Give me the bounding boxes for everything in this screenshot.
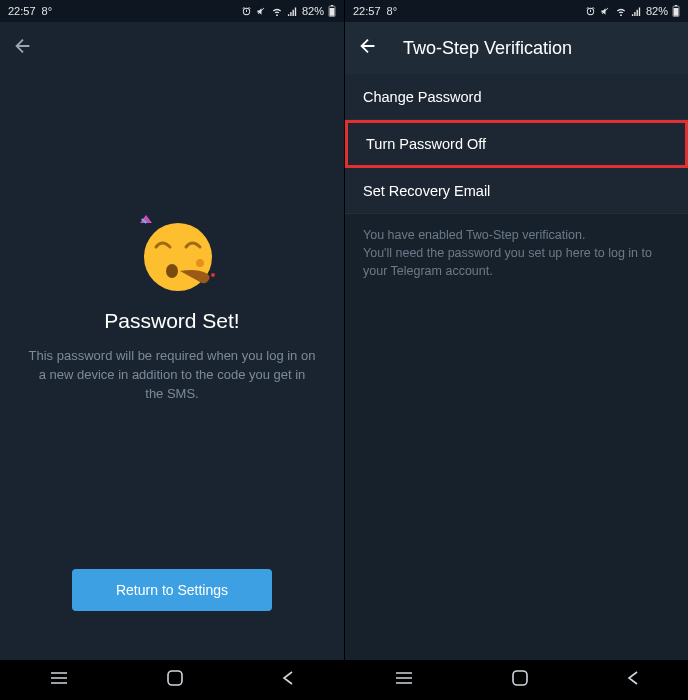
- back-button[interactable]: [281, 670, 295, 690]
- page-title: Password Set!: [104, 309, 239, 333]
- return-to-settings-button[interactable]: Return to Settings: [72, 569, 272, 611]
- alarm-icon: [241, 6, 252, 17]
- nav-bar: [345, 660, 688, 700]
- page-description: This password will be required when you …: [28, 347, 316, 404]
- battery-icon: [672, 5, 680, 17]
- party-emoji-icon: [136, 209, 208, 281]
- svg-point-8: [211, 273, 215, 277]
- svg-rect-13: [513, 671, 527, 685]
- status-temp: 8°: [387, 5, 398, 17]
- header-left: [0, 22, 344, 74]
- battery-percent: 82%: [646, 5, 668, 17]
- home-button[interactable]: [166, 669, 184, 691]
- back-button[interactable]: [626, 670, 640, 690]
- signal-icon: [287, 6, 298, 17]
- info-text: You have enabled Two-Step verification. …: [345, 214, 688, 660]
- wifi-icon: [615, 6, 627, 17]
- back-arrow-icon[interactable]: [357, 35, 379, 61]
- settings-list: Change Password Turn Password Off Set Re…: [345, 74, 688, 660]
- svg-rect-1: [330, 8, 335, 16]
- status-temp: 8°: [42, 5, 53, 17]
- mute-icon: [600, 6, 611, 17]
- svg-point-7: [196, 259, 204, 267]
- status-bar: 22:57 8° 82%: [345, 0, 688, 22]
- back-arrow-icon[interactable]: [12, 35, 34, 61]
- signal-icon: [631, 6, 642, 17]
- mute-icon: [256, 6, 267, 17]
- nav-bar: [0, 660, 344, 700]
- change-password-row[interactable]: Change Password: [345, 74, 688, 120]
- content-area: Password Set! This password will be requ…: [0, 74, 344, 660]
- battery-percent: 82%: [302, 5, 324, 17]
- header-right: Two-Step Verification: [345, 22, 688, 74]
- alarm-icon: [585, 6, 596, 17]
- phone-left: 22:57 8° 82%: [0, 0, 344, 700]
- svg-point-6: [166, 264, 178, 278]
- recents-button[interactable]: [394, 671, 414, 689]
- phone-right: 22:57 8° 82% Two-Step Verifica: [344, 0, 688, 700]
- page-title: Two-Step Verification: [403, 38, 572, 59]
- turn-password-off-row[interactable]: Turn Password Off: [345, 120, 688, 168]
- svg-rect-9: [168, 671, 182, 685]
- status-bar: 22:57 8° 82%: [0, 0, 344, 22]
- status-time: 22:57: [353, 5, 381, 17]
- svg-rect-11: [674, 8, 679, 16]
- status-time: 22:57: [8, 5, 36, 17]
- wifi-icon: [271, 6, 283, 17]
- home-button[interactable]: [511, 669, 529, 691]
- battery-icon: [328, 5, 336, 17]
- svg-rect-12: [675, 5, 677, 6]
- svg-rect-2: [331, 5, 333, 6]
- recents-button[interactable]: [49, 671, 69, 689]
- set-recovery-email-row[interactable]: Set Recovery Email: [345, 168, 688, 214]
